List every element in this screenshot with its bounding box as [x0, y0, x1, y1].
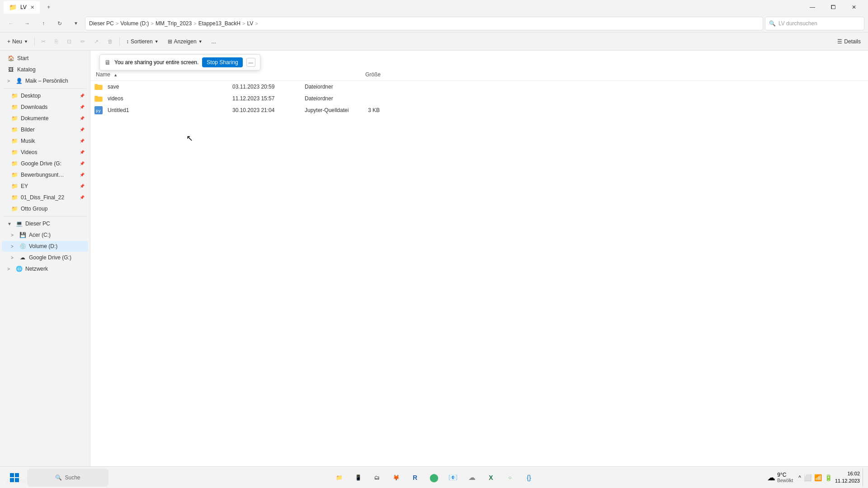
title-bar: 📁 LV ✕ + — ⧠ ✕: [0, 0, 868, 14]
pin-icon-2: 📌: [80, 105, 85, 109]
weather-icon: ☁: [767, 473, 775, 483]
taskbar-phone-button[interactable]: 📱: [349, 469, 367, 487]
sidebar-item-start[interactable]: 🏠 Start: [2, 53, 88, 64]
sys-tray-expand[interactable]: ^: [798, 474, 801, 481]
cursor: ↖: [186, 133, 193, 143]
screen-share-icon: 🖥: [104, 59, 111, 66]
volume-disk-icon: 💿: [19, 243, 26, 250]
window-tab[interactable]: 📁 LV ✕: [4, 1, 40, 14]
gdrive-icon: ☁: [19, 254, 26, 261]
banner-minimize-button[interactable]: —: [246, 58, 255, 67]
breadcrumb-etappe[interactable]: Etappe13_BackH: [198, 20, 241, 27]
taskbar-stats-button[interactable]: ○: [501, 469, 519, 487]
taskbar-outlook-button[interactable]: 📧: [444, 469, 462, 487]
breadcrumb-lv[interactable]: LV: [247, 20, 253, 27]
sidebar-label-googledrive-g: Google Drive (G:): [29, 254, 71, 261]
back-button[interactable]: ←: [4, 16, 18, 31]
weather-condition: Bewölkt: [777, 478, 793, 483]
delete-button[interactable]: 🗑: [104, 37, 117, 47]
weather-widget[interactable]: ☁ 9°C Bewölkt: [764, 472, 796, 483]
stop-sharing-button[interactable]: Stop Sharing: [202, 57, 242, 67]
sidebar-item-acer-c[interactable]: > 💾 Acer (C:): [2, 230, 88, 240]
view-chevron-icon: ▼: [198, 39, 203, 44]
sidebar-item-musik[interactable]: 📁 Musik 📌: [2, 136, 88, 146]
more-button[interactable]: ...: [208, 37, 220, 47]
breadcrumb-dieser-pc[interactable]: Dieser PC: [89, 20, 114, 27]
system-clock[interactable]: 16:02 11.12.2023: [835, 470, 860, 484]
show-desktop-button[interactable]: [863, 469, 864, 487]
sidebar-item-netzwerk[interactable]: > 🌐 Netzwerk: [2, 263, 88, 274]
taskbar-r-button[interactable]: R: [406, 469, 424, 487]
sort-button[interactable]: ↕ Sortieren ▼: [123, 37, 162, 47]
forward-button[interactable]: →: [20, 16, 34, 31]
taskbar-firefox-button[interactable]: 🦊: [387, 469, 405, 487]
sidebar-item-googledrive[interactable]: 📁 Google Drive (G: 📌: [2, 158, 88, 169]
breadcrumb-mm-trip[interactable]: MM_Trip_2023: [156, 20, 192, 27]
expand-dieser-pc-icon: ▼: [7, 221, 13, 226]
table-row[interactable]: py Untitled1 30.10.2023 21:04 Jupyter-Qu…: [90, 104, 868, 116]
bilder-folder-icon: 📁: [11, 126, 18, 133]
sidebar-item-katalog[interactable]: 🖼 Katalog: [2, 64, 88, 75]
sidebar-item-bilder[interactable]: 📁 Bilder 📌: [2, 124, 88, 135]
pin-icon-10: 📌: [80, 195, 85, 200]
column-header-name[interactable]: Name ▲: [94, 70, 230, 79]
sidebar-item-videos[interactable]: 📁 Videos 📌: [2, 147, 88, 158]
up-button[interactable]: ↑: [36, 16, 51, 31]
clock-time: 16:02: [835, 470, 860, 477]
file-list-header: Name ▲ Größe: [90, 69, 868, 81]
sidebar-item-maik[interactable]: > 👤 Maik – Persönlich: [2, 75, 88, 86]
search-bar[interactable]: 🔍 LV durchsuchen: [765, 17, 864, 30]
taskbar-files-button[interactable]: 📁: [330, 469, 348, 487]
search-taskbar-button[interactable]: 🔍 Suche: [27, 469, 108, 487]
sidebar-item-googledrive-g[interactable]: > ☁ Google Drive (G:): [2, 252, 88, 263]
start-button[interactable]: [4, 469, 25, 487]
pin-icon-9: 📌: [80, 184, 85, 188]
sidebar-item-bewerbung[interactable]: 📁 Bewerbungsunt… 📌: [2, 169, 88, 180]
new-label: Neu: [12, 38, 22, 45]
sidebar-label-start: Start: [17, 55, 28, 61]
taskbar-green-button[interactable]: ⬤: [425, 469, 443, 487]
taskbar-excel-button[interactable]: X: [482, 469, 500, 487]
sidebar: 🏠 Start 🖼 Katalog > 👤 Maik – Persönlich …: [0, 51, 90, 474]
maximize-button[interactable]: ⧠: [823, 0, 844, 14]
sharing-message: You are sharing your entire screen.: [114, 59, 198, 66]
close-button[interactable]: ✕: [844, 0, 864, 14]
taskbar-gallery-button[interactable]: 🗂: [368, 469, 386, 487]
file-name-save: save: [106, 83, 232, 91]
pin-icon: 📌: [80, 94, 85, 98]
cut-button[interactable]: ✂: [38, 37, 49, 47]
breadcrumb-volume-d[interactable]: Volume (D:): [120, 20, 149, 27]
history-button[interactable]: ▼: [69, 16, 83, 31]
breadcrumb-sep-4: >: [242, 21, 245, 26]
new-tab-button[interactable]: +: [42, 1, 55, 14]
sidebar-item-dokumente[interactable]: 📁 Dokumente 📌: [2, 113, 88, 124]
sidebar-item-volume-d[interactable]: > 💿 Volume (D:): [2, 241, 88, 252]
sidebar-item-otto[interactable]: 📁 Otto Group: [2, 203, 88, 214]
sidebar-item-dieser-pc[interactable]: ▼ 💻 Dieser PC: [2, 218, 88, 229]
sidebar-item-desktop[interactable]: 📁 Desktop 📌: [2, 90, 88, 101]
details-toggle[interactable]: ☰ Details: [834, 37, 864, 47]
taskbar-code-button[interactable]: {}: [520, 469, 538, 487]
toolbar-separator-1: [34, 37, 35, 46]
new-button[interactable]: + Neu ▼: [4, 37, 32, 47]
svg-rect-5: [15, 478, 19, 482]
sharing-banner: 🖥 You are sharing your entire screen. St…: [99, 54, 260, 70]
copy-button[interactable]: ⎘: [51, 37, 61, 47]
breadcrumb[interactable]: Dieser PC > Volume (D:) > MM_Trip_2023 >…: [85, 17, 763, 30]
taskbar-cloud-button[interactable]: ☁: [463, 469, 481, 487]
sidebar-item-downloads[interactable]: 📁 Downloads 📌: [2, 102, 88, 113]
rename-button[interactable]: ✏: [77, 37, 89, 47]
paste-button[interactable]: ⊡: [63, 37, 75, 47]
table-row[interactable]: videos 11.12.2023 15:57 Dateiordner: [90, 93, 868, 104]
tab-close-icon[interactable]: ✕: [30, 5, 34, 10]
sidebar-item-diss[interactable]: 📁 01_Diss_Final_22 📌: [2, 192, 88, 203]
sidebar-label-bewerbung: Bewerbungsunt…: [21, 172, 64, 178]
column-header-size[interactable]: Größe: [365, 71, 401, 78]
view-button[interactable]: ⊞ Anzeigen ▼: [164, 37, 206, 47]
sidebar-item-ey[interactable]: 📁 EY 📌: [2, 181, 88, 192]
minimize-button[interactable]: —: [802, 0, 823, 14]
temperature: 9°C: [777, 472, 793, 478]
refresh-button[interactable]: ↻: [52, 16, 67, 31]
table-row[interactable]: save 03.11.2023 20:59 Dateiordner: [90, 81, 868, 93]
share-button[interactable]: ↗: [90, 37, 102, 47]
